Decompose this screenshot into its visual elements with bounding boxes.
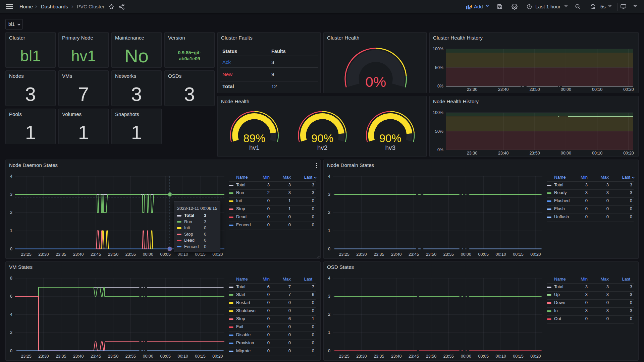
svg-text:50%: 50% bbox=[435, 65, 443, 70]
svg-text:100%: 100% bbox=[433, 47, 443, 51]
svg-text:0%: 0% bbox=[437, 84, 443, 88]
svg-text:23:30: 23:30 bbox=[467, 151, 477, 156]
svg-text:00:00: 00:00 bbox=[561, 151, 571, 156]
svg-text:00:20: 00:20 bbox=[623, 87, 634, 92]
svg-text:0%: 0% bbox=[365, 74, 386, 90]
svg-text:hv3: hv3 bbox=[385, 144, 395, 151]
svg-text:00:20: 00:20 bbox=[623, 151, 634, 156]
svg-text:23:50: 23:50 bbox=[529, 87, 540, 92]
svg-text:100%: 100% bbox=[433, 110, 443, 115]
svg-text:0%: 0% bbox=[437, 147, 443, 152]
svg-text:23:30: 23:30 bbox=[467, 87, 477, 92]
svg-text:23:40: 23:40 bbox=[498, 151, 508, 156]
svg-text:00:00: 00:00 bbox=[561, 87, 571, 92]
svg-text:00:10: 00:10 bbox=[592, 151, 602, 156]
svg-text:00:10: 00:10 bbox=[592, 87, 602, 92]
svg-text:23:50: 23:50 bbox=[529, 151, 540, 156]
svg-text:50%: 50% bbox=[435, 129, 443, 134]
svg-text:90%: 90% bbox=[379, 132, 401, 144]
svg-text:23:40: 23:40 bbox=[498, 87, 508, 92]
